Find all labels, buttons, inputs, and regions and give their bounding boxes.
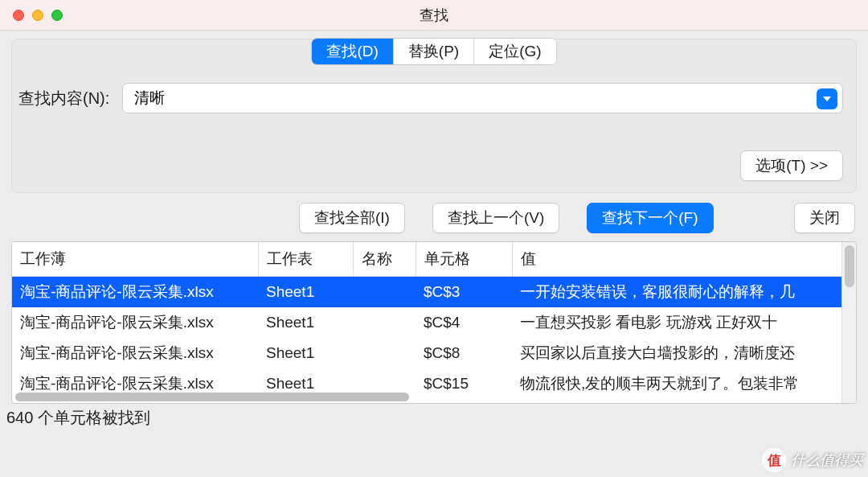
minimize-window-button[interactable] [32,10,43,21]
watermark-text: 什么值得买 [791,450,863,470]
find-all-button[interactable]: 查找全部(I) [299,203,405,233]
window-controls [13,10,63,21]
table-row[interactable]: 淘宝-商品评论-限云采集.xlsx Sheet1 $C$3 一开始安装错误，客服… [12,277,856,308]
cell-value: 一直想买投影 看电影 玩游戏 正好双十 [512,307,856,338]
cell-value: 买回家以后直接大白墙投影的，清晰度还 [512,338,856,368]
cell-worksheet: Sheet1 [258,338,353,368]
cell-workbook: 淘宝-商品评论-限云采集.xlsx [12,338,258,368]
cell-workbook: 淘宝-商品评论-限云采集.xlsx [12,277,258,308]
action-bar: 查找全部(I) 查找上一个(V) 查找下一个(F) 关闭 [0,193,868,241]
status-bar: 640 个单元格被找到 [0,404,868,429]
col-name[interactable]: 名称 [353,242,416,277]
options-button[interactable]: 选项(T) >> [740,150,843,181]
results-pane: 工作薄 工作表 名称 单元格 值 淘宝-商品评论-限云采集.xlsx Sheet… [11,241,857,404]
watermark-badge-icon: 值 [762,448,786,472]
col-workbook[interactable]: 工作薄 [12,242,258,277]
cell-name [353,277,416,308]
zoom-window-button[interactable] [51,10,63,21]
search-row: 查找内容(N): [12,65,856,113]
cell-workbook: 淘宝-商品评论-限云采集.xlsx [12,307,258,338]
search-input-wrap [122,83,843,113]
watermark: 值 什么值得买 [762,448,863,472]
cell-worksheet: Sheet1 [258,307,353,338]
cell-value: 物流很快,发的顺丰两天就到了。包装非常 [512,368,856,399]
cell-name [353,307,416,338]
find-next-button[interactable]: 查找下一个(F) [587,203,713,233]
cell-worksheet: Sheet1 [258,277,353,308]
tab-find[interactable]: 查找(D) [312,39,393,64]
cell-cell: $C$15 [416,368,512,399]
find-prev-button[interactable]: 查找上一个(V) [432,203,559,233]
cell-value: 一开始安装错误，客服很耐心的解释，几 [512,277,856,308]
title-bar: 查找 [0,0,868,31]
search-label: 查找内容(N): [18,88,109,109]
cell-cell: $C$3 [416,277,512,308]
find-panel: 查找(D) 替换(P) 定位(G) 查找内容(N): 选项(T) >> [11,39,857,193]
tab-goto[interactable]: 定位(G) [474,39,555,64]
cell-cell: $C$8 [416,338,512,368]
tab-replace[interactable]: 替换(P) [394,39,474,64]
window-title: 查找 [0,6,868,25]
col-worksheet[interactable]: 工作表 [258,242,353,277]
table-row[interactable]: 淘宝-商品评论-限云采集.xlsx Sheet1 $C$4 一直想买投影 看电影… [12,307,856,338]
vertical-scroll-thumb[interactable] [845,245,854,287]
col-value[interactable]: 值 [512,242,856,277]
search-history-dropdown[interactable] [817,88,837,109]
col-cell[interactable]: 单元格 [416,242,512,277]
chevron-down-icon [823,97,831,101]
search-input[interactable] [133,88,810,108]
results-header-row: 工作薄 工作表 名称 单元格 值 [12,242,856,277]
horizontal-scroll-thumb[interactable] [15,393,409,401]
tab-bar: 查找(D) 替换(P) 定位(G) [12,38,856,65]
options-row: 选项(T) >> [12,113,856,192]
cell-cell: $C$4 [416,307,512,338]
table-row[interactable]: 淘宝-商品评论-限云采集.xlsx Sheet1 $C$8 买回家以后直接大白墙… [12,338,856,368]
tab-group: 查找(D) 替换(P) 定位(G) [311,38,556,65]
close-window-button[interactable] [13,10,24,21]
results-table: 工作薄 工作表 名称 单元格 值 淘宝-商品评论-限云采集.xlsx Sheet… [12,242,856,399]
close-button[interactable]: 关闭 [794,203,855,233]
vertical-scrollbar[interactable] [841,242,856,403]
cell-name [353,338,416,368]
